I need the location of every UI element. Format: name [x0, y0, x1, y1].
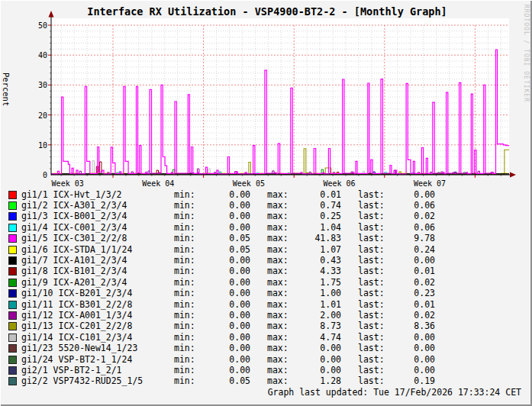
legend-min-key: min: — [174, 266, 200, 276]
legend-label: gi1/14 ICX-C101_2/3/4 — [21, 333, 174, 343]
legend-last-key: last: — [358, 223, 391, 233]
legend-min-key: min: — [174, 300, 200, 310]
legend-min-value: 0.00 — [200, 190, 250, 200]
legend-last-key: last: — [358, 190, 391, 200]
legend-max-value: 8.73 — [294, 321, 341, 331]
legend-min-key: min: — [174, 256, 200, 266]
legend-row: gi1/13 ICX-C201_2/2/8 min: 0.00 max: 8.7… — [8, 321, 435, 332]
legend-max-value: 41.83 — [294, 234, 341, 243]
x-axis-label: Week 07 — [403, 179, 456, 188]
legend-max-key: max: — [267, 376, 294, 386]
legend-min-value: 0.05 — [200, 234, 250, 243]
legend-last-value: 0.01 — [391, 300, 435, 310]
legend-swatch — [8, 334, 17, 342]
legend-min-value: 0.00 — [200, 355, 250, 365]
legend-label: gi1/2 ICX-A301_2/3/4 — [21, 201, 174, 211]
legend-swatch — [8, 322, 17, 330]
x-axis-arrow — [510, 172, 516, 178]
legend-last-key: last: — [358, 355, 391, 365]
legend-max-value: 0.43 — [294, 256, 341, 266]
legend-min-key: min: — [174, 376, 200, 386]
legend-swatch — [8, 279, 17, 287]
legend-label: gi2/1 VSP-BT2-1_2/1 — [21, 366, 174, 375]
legend-swatch — [8, 366, 17, 375]
legend-max-value: 1.01 — [294, 300, 341, 310]
legend-max-key: max: — [267, 343, 294, 353]
legend-min-value: 0.00 — [200, 311, 250, 321]
legend-min-key: min: — [174, 234, 200, 243]
legend-last-value: 0.00 — [391, 343, 435, 353]
legend-last-key: last: — [358, 300, 391, 310]
legend-swatch — [8, 311, 17, 320]
legend-min-value: 0.05 — [200, 376, 250, 386]
legend-swatch — [8, 212, 17, 221]
legend-last-value: 0.00 — [391, 256, 435, 266]
legend-label: gi1/24 VSP-BT2-1_1/24 — [21, 355, 174, 365]
x-axis-label: Week 06 — [312, 179, 366, 188]
legend-swatch — [8, 377, 17, 385]
legend-min-key: min: — [174, 201, 200, 211]
legend-last-key: last: — [358, 311, 391, 321]
legend-label: gi1/23 5520-New14_1/23 — [21, 343, 174, 353]
legend-swatch — [8, 191, 17, 199]
legend-last-value: 0.23 — [391, 288, 435, 298]
legend-max-key: max: — [267, 333, 294, 343]
legend-row: gi1/3 ICX-B001_2/3/4 min: 0.00 max: 0.25… — [8, 211, 435, 222]
legend-row: gi1/10 ICX-B201_2/3/4 min: 0.00 max: 1.0… — [8, 288, 435, 299]
y-axis-label: 20 — [24, 111, 47, 120]
legend-row: gi1/12 ICX-A001_1/3/4 min: 0.00 max: 2.0… — [8, 310, 435, 321]
plot-area — [0, 0, 532, 188]
legend-min-value: 0.00 — [200, 288, 250, 298]
legend-min-value: 0.00 — [200, 343, 250, 353]
legend-last-key: last: — [358, 211, 391, 221]
legend-row: gi1/2 ICX-A301_2/3/4 min: 0.00 max: 0.74… — [8, 200, 435, 211]
legend-max-key: max: — [267, 190, 294, 200]
legend-row: gi1/23 5520-New14_1/23 min: 0.00 max: 0.… — [8, 343, 435, 353]
legend-max-key: max: — [267, 288, 294, 298]
legend-label: gi1/4 ICX-C001_2/3/4 — [21, 223, 174, 233]
legend-last-key: last: — [358, 288, 391, 298]
legend-last-key: last: — [358, 333, 391, 343]
legend-label: gi1/8 ICX-B101_2/3/4 — [21, 266, 174, 276]
legend-min-value: 0.00 — [200, 266, 250, 276]
legend-min-key: min: — [174, 288, 200, 298]
legend-max-key: max: — [267, 223, 294, 233]
legend-min-key: min: — [174, 355, 200, 365]
legend-max-key: max: — [267, 245, 294, 255]
y-axis-label: 0 — [24, 171, 47, 179]
legend-row: gi1/14 ICX-C101_2/3/4 min: 0.00 max: 4.7… — [8, 332, 435, 343]
legend-min-key: min: — [174, 223, 200, 233]
legend-min-value: 0.00 — [200, 256, 250, 266]
legend-last-value: 0.00 — [391, 190, 435, 200]
rrdtool-graph: Interface RX Utilization - VSP4900-BT2-2… — [0, 0, 532, 406]
legend-last-key: last: — [358, 278, 391, 288]
y-axis-label: 10 — [24, 141, 47, 150]
legend-min-value: 0.05 — [200, 245, 250, 255]
legend-max-value: 1.28 — [294, 376, 341, 386]
legend-swatch — [8, 301, 17, 309]
legend-row: gi1/11 ICX-B301_2/2/8 min: 0.00 max: 1.0… — [8, 299, 435, 310]
legend-last-key: last: — [358, 321, 391, 331]
legend-swatch — [8, 267, 17, 276]
legend-label: gi2/2 VSP7432-RUD25_1/5 — [21, 376, 174, 386]
legend-row: gi1/9 ICX-A201_2/3/4 min: 0.00 max: 1.75… — [8, 277, 435, 288]
legend-label: gi1/13 ICX-C201_2/2/8 — [21, 321, 174, 331]
legend-max-value: 1.04 — [294, 223, 341, 233]
legend-swatch — [8, 224, 17, 232]
x-axis-label: Week 04 — [131, 179, 185, 188]
legend-max-key: max: — [267, 256, 294, 266]
last-updated-text: Graph last updated: Tue 17/Feb/2026 17:3… — [268, 387, 521, 398]
legend-max-key: max: — [267, 355, 294, 365]
legend-min-key: min: — [174, 190, 200, 200]
legend-last-value: 0.01 — [391, 266, 435, 276]
legend-min-key: min: — [174, 366, 200, 375]
legend-max-value: 1.00 — [294, 288, 341, 298]
legend-max-value: 0.25 — [294, 211, 341, 221]
legend-min-value: 0.00 — [200, 211, 250, 221]
legend-row: gi2/1 VSP-BT2-1_2/1 min: 0.00 max: 0.00 … — [8, 365, 435, 375]
legend-last-value: 0.02 — [391, 211, 435, 221]
legend-min-value: 0.00 — [200, 300, 250, 310]
legend-min-value: 0.00 — [200, 223, 250, 233]
legend-min-value: 0.00 — [200, 201, 250, 211]
legend-row: gi1/8 ICX-B101_2/3/4 min: 0.00 max: 4.33… — [8, 266, 435, 277]
